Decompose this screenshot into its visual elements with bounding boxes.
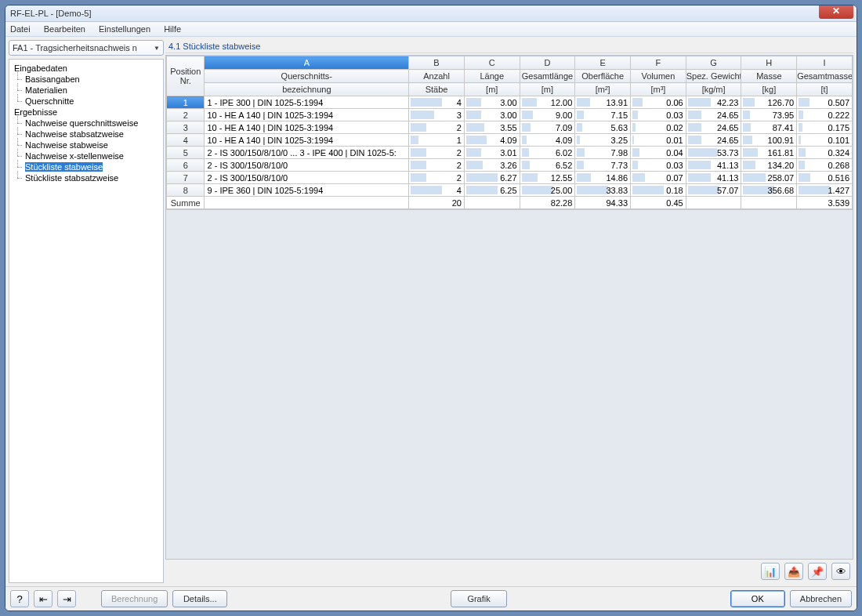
table-row[interactable]: 89 - IPE 360 | DIN 1025-5:199446.2525.00… [167,184,853,197]
berechnung-button[interactable]: Berechnung [101,590,168,607]
table-cell[interactable]: 6.25 [464,184,520,197]
table-cell[interactable]: 0.02 [631,121,686,134]
nav-tree[interactable]: Eingabedaten BasisangabenMaterialienQuer… [9,59,164,583]
table-cell[interactable]: 0.507 [797,96,853,109]
tree-item[interactable]: Nachweise querschnittsweise [11,118,161,129]
table-cell[interactable]: 9 - IPE 360 | DIN 1025-5:1994 [205,184,409,197]
table-cell[interactable]: 2 - IS 300/150/8/10/0 [205,159,409,172]
table-row[interactable]: 310 - HE A 140 | DIN 1025-3:199423.557.0… [167,121,853,134]
export-icon-button[interactable]: 📤 [784,563,803,580]
table-cell[interactable]: 3.00 [464,96,520,109]
table-cell[interactable]: 7.09 [520,121,575,134]
table-cell[interactable]: 2 - IS 300/150/8/10/0 [205,172,409,184]
table-cell[interactable]: 0.268 [797,159,853,172]
table-cell[interactable]: 7.15 [575,109,631,121]
table-cell[interactable]: 4 [409,184,465,197]
table-cell[interactable]: 33.83 [575,184,631,197]
table-cell[interactable]: 134.20 [741,159,797,172]
table-cell[interactable]: 10 - HE A 140 | DIN 1025-3:1994 [205,109,409,121]
tree-item[interactable]: Nachweise x-stellenweise [11,150,161,161]
table-cell[interactable]: 7.73 [575,159,631,172]
table-cell[interactable]: 0.03 [631,159,686,172]
eye-icon-button[interactable]: 👁 [831,563,850,580]
table-cell[interactable]: 41.13 [686,159,741,172]
grafik-button[interactable]: Grafik [451,590,507,607]
tree-item[interactable]: Nachweise stabsatzweise [11,129,161,140]
table-cell[interactable]: 0.07 [631,172,686,184]
table-row[interactable]: 72 - IS 300/150/8/10/026.2712.5514.860.0… [167,172,853,184]
table-cell[interactable]: 4.09 [520,134,575,147]
chart-icon-button[interactable]: 📊 [761,563,780,580]
table-cell[interactable]: 1 - IPE 300 | DIN 1025-5:1994 [205,96,409,109]
tree-item[interactable]: Nachweise stabweise [11,140,161,150]
table-cell[interactable]: 126.70 [741,96,797,109]
table-cell[interactable]: 53.73 [686,147,741,159]
table-cell[interactable]: 258.07 [741,172,797,184]
table-cell[interactable]: 3.01 [464,147,520,159]
table-cell[interactable]: 3.00 [464,109,520,121]
table-cell[interactable]: 4.09 [464,134,520,147]
table-cell[interactable]: 3 [409,109,465,121]
table-cell[interactable]: 10 - HE A 140 | DIN 1025-3:1994 [205,121,409,134]
pin-icon-button[interactable]: 📌 [808,563,827,580]
table-cell[interactable]: 7.98 [575,147,631,159]
table-cell[interactable]: 0.06 [631,96,686,109]
table-cell[interactable]: 6.02 [520,147,575,159]
table-cell[interactable]: 0.175 [797,121,853,134]
table-cell[interactable]: 57.07 [686,184,741,197]
table-cell[interactable]: 3.26 [464,159,520,172]
tree-item[interactable]: Querschnitte [11,96,161,107]
table-cell[interactable]: 25.00 [520,184,575,197]
table-cell[interactable]: 100.91 [741,134,797,147]
table-cell[interactable]: 2 - IS 300/150/8/10/0 ... 3 - IPE 400 | … [205,147,409,159]
menu-einstellungen[interactable]: Einstellungen [99,24,150,34]
table-cell[interactable]: 24.65 [686,121,741,134]
table-cell[interactable]: 2 [409,172,465,184]
tree-root-eingabe[interactable]: Eingabedaten [11,63,161,74]
help-button[interactable]: ? [10,590,29,607]
table-cell[interactable]: 161.81 [741,147,797,159]
table-cell[interactable]: 2 [409,121,465,134]
table-cell[interactable]: 4 [409,96,465,109]
table-cell[interactable]: 0.01 [631,134,686,147]
table-cell[interactable]: 3.55 [464,121,520,134]
table-cell[interactable]: 12.00 [520,96,575,109]
table-row[interactable]: 52 - IS 300/150/8/10/0 ... 3 - IPE 400 |… [167,147,853,159]
table-cell[interactable]: 0.222 [797,109,853,121]
table-cell[interactable]: 0.101 [797,134,853,147]
table-cell[interactable]: 1.427 [797,184,853,197]
table-cell[interactable]: 6.27 [464,172,520,184]
table-cell[interactable]: 87.41 [741,121,797,134]
table-cell[interactable]: 42.23 [686,96,741,109]
table-cell[interactable]: 3.25 [575,134,631,147]
table-cell[interactable]: 5.63 [575,121,631,134]
tree-item[interactable]: Stückliste stabweise [11,161,161,172]
loadcase-combo[interactable]: FA1 - Tragsicherheitsnachweis n ▼ [9,40,164,56]
table-cell[interactable]: 0.04 [631,147,686,159]
menu-bearbeiten[interactable]: Bearbeiten [44,24,85,34]
table-cell[interactable]: 2 [409,147,465,159]
table-cell[interactable]: 24.65 [686,109,741,121]
tree-item[interactable]: Materialien [11,85,161,96]
nav-prev-button[interactable]: ⇤ [34,590,53,607]
table-cell[interactable]: 2 [409,159,465,172]
table-row[interactable]: 11 - IPE 300 | DIN 1025-5:199443.0012.00… [167,96,853,109]
close-button[interactable]: ✕ [819,5,853,19]
table-cell[interactable]: 0.18 [631,184,686,197]
table-cell[interactable]: 356.68 [741,184,797,197]
tree-item[interactable]: Basisangaben [11,74,161,85]
table-row[interactable]: 210 - HE A 140 | DIN 1025-3:199433.009.0… [167,109,853,121]
table-cell[interactable]: 0.324 [797,147,853,159]
nav-next-button[interactable]: ⇥ [57,590,76,607]
details-button[interactable]: Details... [172,590,227,607]
table-cell[interactable]: 41.13 [686,172,741,184]
tree-root-ergebnisse[interactable]: Ergebnisse [11,107,161,118]
table-cell[interactable]: 24.65 [686,134,741,147]
table-cell[interactable]: 73.95 [741,109,797,121]
table-cell[interactable]: 1 [409,134,465,147]
table-cell[interactable]: 0.516 [797,172,853,184]
menu-datei[interactable]: Datei [10,24,31,34]
table-row[interactable]: 410 - HE A 140 | DIN 1025-3:199414.094.0… [167,134,853,147]
table-cell[interactable]: 14.86 [575,172,631,184]
table-cell[interactable]: 12.55 [520,172,575,184]
